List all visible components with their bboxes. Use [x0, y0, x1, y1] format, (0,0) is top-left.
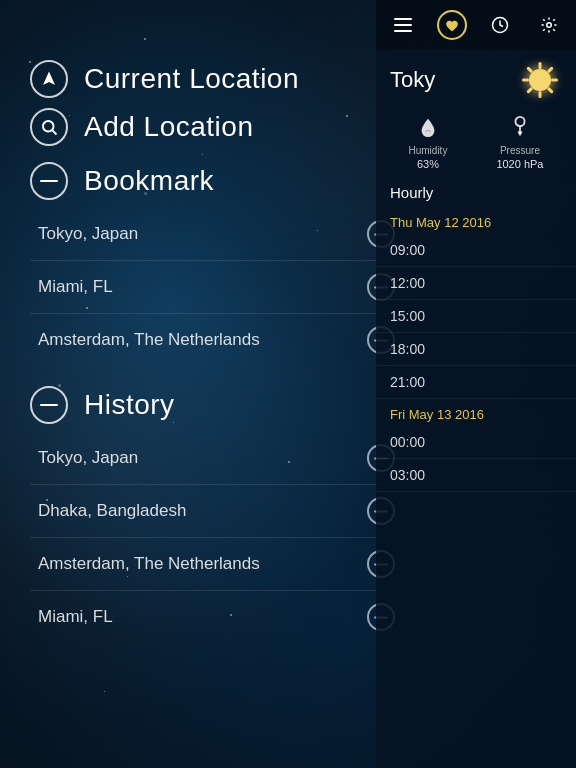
time-0000[interactable]: 00:00 — [376, 426, 576, 459]
search-icon — [30, 108, 68, 146]
bookmark-amsterdam[interactable]: Amsterdam, The Netherlands — [30, 314, 395, 366]
history-dhaka[interactable]: Dhaka, Bangladesh — [30, 485, 395, 538]
sun-icon — [518, 58, 562, 102]
right-panel-header — [376, 0, 576, 50]
bookmark-miami-name: Miami, FL — [38, 277, 113, 297]
pressure-stat: Pressure 1020 hPa — [496, 116, 543, 170]
time-list: Thu May 12 2016 09:00 12:00 15:00 18:00 … — [376, 207, 576, 768]
pressure-value: 1020 hPa — [496, 158, 543, 170]
history-amsterdam[interactable]: Amsterdam, The Netherlands — [30, 538, 395, 591]
settings-button[interactable] — [534, 10, 564, 40]
add-location-label: Add Location — [84, 111, 253, 143]
time-0300[interactable]: 03:00 — [376, 459, 576, 492]
city-name: Toky — [390, 67, 435, 93]
bookmark-list: Tokyo, Japan Miami, FL Amsterdam, The Ne… — [30, 208, 395, 366]
time-1500[interactable]: 15:00 — [376, 300, 576, 333]
history-section-header: History — [30, 386, 395, 424]
bookmark-label: Bookmark — [84, 165, 214, 197]
current-location-item[interactable]: Current Location — [30, 60, 395, 98]
city-weather-row: Toky — [376, 50, 576, 106]
history-tokyo-name: Tokyo, Japan — [38, 448, 138, 468]
history-miami-name: Miami, FL — [38, 607, 113, 627]
svg-line-1 — [52, 130, 56, 134]
history-miami[interactable]: Miami, FL — [30, 591, 395, 643]
humidity-icon — [418, 116, 438, 143]
hamburger-button[interactable] — [388, 10, 418, 40]
time-1800[interactable]: 18:00 — [376, 333, 576, 366]
svg-point-12 — [547, 23, 552, 28]
bookmark-section-header: Bookmark — [30, 162, 395, 200]
bookmark-miami[interactable]: Miami, FL — [30, 261, 395, 314]
right-panel: Toky Humidity 63% — [376, 0, 576, 768]
pressure-icon — [511, 116, 529, 143]
history-list: Tokyo, Japan Dhaka, Bangladesh Amsterdam… — [30, 432, 395, 643]
humidity-value: 63% — [417, 158, 439, 170]
history-amsterdam-name: Amsterdam, The Netherlands — [38, 554, 260, 574]
svg-point-13 — [515, 117, 524, 126]
bookmark-tokyo[interactable]: Tokyo, Japan — [30, 208, 395, 261]
svg-rect-2 — [40, 180, 58, 182]
history-minus-icon — [30, 386, 68, 424]
weather-stats: Humidity 63% Pressure 1020 hPa — [376, 106, 576, 178]
time-2100[interactable]: 21:00 — [376, 366, 576, 399]
favorite-button[interactable] — [437, 10, 467, 40]
hourly-title: Hourly — [376, 178, 576, 207]
current-location-label: Current Location — [84, 63, 299, 95]
svg-point-0 — [43, 121, 54, 132]
date-fri: Fri May 13 2016 — [376, 399, 576, 426]
navigation-icon — [30, 60, 68, 98]
bookmark-minus-icon — [30, 162, 68, 200]
pressure-label: Pressure — [500, 145, 540, 156]
bookmark-tokyo-name: Tokyo, Japan — [38, 224, 138, 244]
add-location-item[interactable]: Add Location — [30, 108, 395, 146]
history-dhaka-name: Dhaka, Bangladesh — [38, 501, 186, 521]
history-tokyo[interactable]: Tokyo, Japan — [30, 432, 395, 485]
time-button[interactable] — [485, 10, 515, 40]
history-label: History — [84, 389, 175, 421]
svg-rect-6 — [40, 404, 58, 406]
humidity-label: Humidity — [408, 145, 447, 156]
humidity-stat: Humidity 63% — [408, 116, 447, 170]
left-panel: Current Location Add Location Bookmark T… — [0, 0, 415, 768]
bookmark-amsterdam-name: Amsterdam, The Netherlands — [38, 330, 260, 350]
time-0900[interactable]: 09:00 — [376, 234, 576, 267]
date-thu: Thu May 12 2016 — [376, 207, 576, 234]
svg-marker-15 — [517, 132, 523, 137]
time-1200[interactable]: 12:00 — [376, 267, 576, 300]
